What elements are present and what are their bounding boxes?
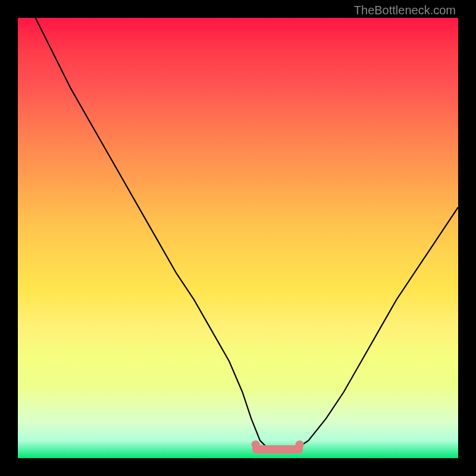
optimal-range-start-marker xyxy=(252,440,260,449)
watermark-text: TheBottleneck.com xyxy=(354,4,456,17)
optimal-range-end-marker xyxy=(296,440,304,449)
chart-curve-layer xyxy=(18,18,458,458)
bottleneck-curve-path xyxy=(36,18,458,449)
optimal-range-markers xyxy=(252,440,304,449)
